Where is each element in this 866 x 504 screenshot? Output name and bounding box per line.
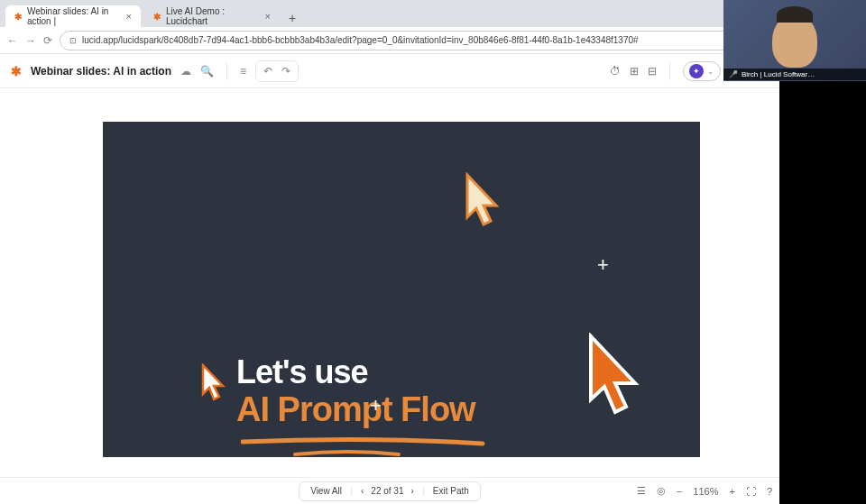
slide-canvas[interactable]: Let's use AI Prompt Flow + + xyxy=(103,122,700,457)
presenter-face xyxy=(772,14,817,68)
browser-tab-active[interactable]: ✱ Webinar slides: AI in action | × xyxy=(5,5,141,27)
underline-decoration xyxy=(241,435,493,462)
site-info-icon[interactable]: ⊡ xyxy=(69,36,77,45)
menu-icon[interactable]: ≡ xyxy=(240,65,246,78)
zoom-controls: ☰ ◎ − 116% + ⛶ ? xyxy=(637,485,772,497)
mic-icon: 🎤 xyxy=(729,70,738,78)
divider xyxy=(226,62,227,80)
divider xyxy=(669,62,670,80)
browser-tab-inactive[interactable]: ✱ Live AI Demo : Lucidchart × xyxy=(144,5,280,27)
ai-button[interactable]: ✦ ⌄ xyxy=(683,61,721,81)
close-icon[interactable]: × xyxy=(126,11,132,22)
url-input[interactable]: ⊡ lucid.app/lucidspark/8c408db7-7d94-4ac… xyxy=(60,31,746,50)
slide-heading-line1: Let's use xyxy=(236,353,368,391)
timer-icon[interactable]: ⏱ xyxy=(610,65,621,78)
exit-path-button[interactable]: Exit Path xyxy=(423,486,478,496)
back-icon[interactable]: ← xyxy=(7,34,18,47)
redo-icon[interactable]: ↷ xyxy=(281,65,290,78)
view-all-button[interactable]: View All xyxy=(301,486,352,496)
fullscreen-icon[interactable]: ⛶ xyxy=(746,486,756,497)
new-tab-button[interactable]: + xyxy=(283,9,301,27)
close-icon[interactable]: × xyxy=(265,11,271,22)
help-icon[interactable]: ? xyxy=(767,486,772,497)
ai-icon: ✦ xyxy=(689,64,704,78)
zoom-in-icon[interactable]: + xyxy=(729,486,734,497)
slide-heading-line2: AI Prompt Flow xyxy=(236,390,475,429)
undo-icon[interactable]: ↶ xyxy=(263,65,272,78)
cloud-sync-icon[interactable]: ☁ xyxy=(180,65,191,78)
tab-title: Live AI Demo : Lucidchart xyxy=(166,6,260,26)
document-title[interactable]: Webinar slides: AI in action xyxy=(31,65,171,78)
feed-icon[interactable]: ⊟ xyxy=(648,65,657,78)
forward-icon[interactable]: → xyxy=(25,34,36,47)
lucid-icon: ✱ xyxy=(153,12,161,22)
search-icon[interactable]: 🔍 xyxy=(200,65,214,78)
cursor-graphic-large-orange xyxy=(586,333,640,416)
reload-icon[interactable]: ⟳ xyxy=(43,34,52,47)
target-icon[interactable]: ◎ xyxy=(657,485,666,497)
presenter-name-bar: 🎤 Birch | Lucid Softwar… xyxy=(723,69,866,80)
tab-title: Webinar slides: AI in action | xyxy=(27,6,121,26)
cursor-graphic-small xyxy=(200,363,226,401)
list-icon[interactable]: ☰ xyxy=(637,485,646,497)
bottom-bar: View All ‹ 22 of 31 › Exit Path ☰ ◎ − 11… xyxy=(0,477,779,504)
lucid-icon: ✱ xyxy=(14,12,22,22)
zoom-level[interactable]: 116% xyxy=(693,486,718,497)
cursor-graphic-large-white xyxy=(464,172,500,228)
page-controls: View All ‹ 22 of 31 › Exit Path xyxy=(299,481,481,501)
undo-redo-group: ↶ ↷ xyxy=(255,60,299,82)
presenter-name: Birch | Lucid Softwar… xyxy=(742,70,815,78)
chevron-down-icon: ⌄ xyxy=(707,67,714,76)
next-page-icon[interactable]: › xyxy=(410,486,413,496)
url-text: lucid.app/lucidspark/8c408db7-7d94-4ac1-… xyxy=(82,35,639,45)
plus-decoration: + xyxy=(597,253,609,277)
activity-icon[interactable]: ⊞ xyxy=(630,65,639,78)
prev-page-icon[interactable]: ‹ xyxy=(361,486,364,496)
lucid-logo-icon[interactable]: ✱ xyxy=(11,64,22,78)
zoom-out-icon[interactable]: − xyxy=(677,486,682,497)
plus-decoration: + xyxy=(370,394,382,417)
page-status: 22 of 31 xyxy=(371,486,403,496)
